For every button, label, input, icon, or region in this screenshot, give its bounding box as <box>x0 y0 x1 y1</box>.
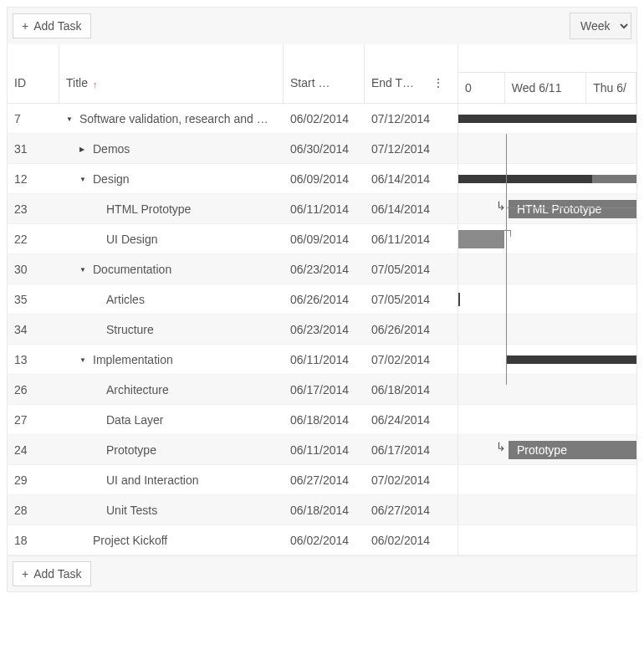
table-row[interactable]: 18Project Kickoff06/02/201406/02/2014 <box>8 525 457 555</box>
cell-end: 06/11/2014 <box>365 233 451 246</box>
chevron-right-icon[interactable] <box>79 144 88 153</box>
grid-header-row: ID Title ↑ Start … End T… ⋮ <box>8 44 457 104</box>
cell-start: 06/23/2014 <box>284 323 365 336</box>
add-task-label: Add Task <box>33 567 81 581</box>
cell-end: 07/12/2014 <box>365 142 451 156</box>
cell-start: 06/18/2014 <box>284 504 365 517</box>
task-title: Software validation, research and … <box>79 112 268 125</box>
task-title: Data Layer <box>106 413 163 427</box>
task-bar[interactable]: Prototype <box>509 441 636 459</box>
task-title: UI Design <box>106 233 157 246</box>
task-bar[interactable]: HTML Prototype <box>509 200 636 218</box>
timeline-row <box>458 104 636 134</box>
view-select[interactable]: Week <box>570 13 631 39</box>
dependency-arrow-icon: ↳ <box>496 199 506 212</box>
cell-title: Documentation <box>59 263 284 276</box>
table-row[interactable]: 26Architecture06/17/201406/18/2014 <box>8 375 457 405</box>
cell-id: 22 <box>8 233 59 246</box>
cell-id: 35 <box>8 293 59 306</box>
cell-start: 06/18/2014 <box>284 413 365 427</box>
cell-id: 7 <box>8 112 59 125</box>
task-title: Project Kickoff <box>93 534 167 547</box>
col-header-end-label: End T… <box>371 76 414 90</box>
cell-title: Demos <box>59 142 284 156</box>
table-row[interactable]: 7Software validation, research and …06/0… <box>8 104 457 134</box>
task-edge <box>458 293 460 306</box>
task-bar[interactable] <box>458 230 504 248</box>
cell-title: Software validation, research and … <box>59 112 284 125</box>
col-header-id[interactable]: ID <box>8 44 59 103</box>
cell-start: 06/23/2014 <box>284 263 365 276</box>
sort-asc-icon: ↑ <box>93 79 98 90</box>
content: ID Title ↑ Start … End T… ⋮ 7Software va… <box>8 44 636 555</box>
col-header-start[interactable]: Start … <box>284 44 365 103</box>
cell-start: 06/30/2014 <box>284 142 365 156</box>
table-row[interactable]: 35Articles06/26/201407/05/2014 <box>8 284 457 315</box>
cell-title: Unit Tests <box>59 504 284 517</box>
summary-bar[interactable] <box>592 175 636 183</box>
table-row[interactable]: 23HTML Prototype06/11/201406/14/2014 <box>8 194 457 224</box>
cell-start: 06/11/2014 <box>284 443 365 457</box>
add-task-button-footer[interactable]: + Add Task <box>13 561 91 586</box>
cell-id: 26 <box>8 383 59 396</box>
summary-bar[interactable] <box>458 175 592 183</box>
toolbar: + Add Task Week <box>8 8 636 44</box>
cell-id: 29 <box>8 473 59 487</box>
col-header-title-label: Title <box>66 76 88 90</box>
table-row[interactable]: 34Structure06/23/201406/26/2014 <box>8 315 457 345</box>
chevron-down-icon[interactable] <box>79 355 88 364</box>
dependency-arrow-icon: ↳ <box>496 440 506 453</box>
cell-id: 31 <box>8 142 59 156</box>
cell-id: 34 <box>8 323 59 336</box>
cell-end: 07/05/2014 <box>365 263 451 276</box>
table-row[interactable]: 31Demos06/30/201407/12/2014 <box>8 134 457 164</box>
timeline-row: Prototype↳ <box>458 435 636 465</box>
day-col-1[interactable]: Wed 6/11 <box>505 73 587 103</box>
cell-start: 06/11/2014 <box>284 353 365 366</box>
cell-end: 06/24/2014 <box>365 413 451 427</box>
chevron-down-icon[interactable] <box>79 264 88 274</box>
col-header-end[interactable]: End T… ⋮ <box>365 44 451 103</box>
timeline-header: 0 Wed 6/11 Thu 6/ <box>458 44 636 104</box>
cell-end: 07/12/2014 <box>365 112 451 125</box>
col-header-id-label: ID <box>14 76 26 90</box>
cell-start: 06/09/2014 <box>284 233 365 246</box>
column-menu-icon[interactable]: ⋮ <box>432 76 444 90</box>
table-row[interactable]: 27Data Layer06/18/201406/24/2014 <box>8 405 457 435</box>
cell-start: 06/11/2014 <box>284 202 365 216</box>
chevron-down-icon[interactable] <box>66 114 74 123</box>
cell-id: 12 <box>8 172 59 186</box>
table-row[interactable]: 29UI and Interaction06/27/201407/02/2014 <box>8 465 457 495</box>
table-row[interactable]: 13Implementation06/11/201407/02/2014 <box>8 345 457 375</box>
footer: + Add Task <box>8 555 636 591</box>
day-col-0[interactable]: 0 <box>458 73 505 103</box>
table-row[interactable]: 12Design06/09/201406/14/2014 <box>8 164 457 194</box>
summary-bar[interactable] <box>458 115 636 123</box>
chevron-down-icon[interactable] <box>79 174 88 183</box>
cell-start: 06/17/2014 <box>284 383 365 396</box>
cell-end: 06/14/2014 <box>365 172 451 186</box>
col-header-title[interactable]: Title ↑ <box>59 44 284 103</box>
plus-icon: + <box>22 567 28 581</box>
day-col-2[interactable]: Thu 6/ <box>586 73 636 103</box>
cell-end: 06/27/2014 <box>365 504 451 517</box>
table-row[interactable]: 24Prototype06/11/201406/17/2014 <box>8 435 457 465</box>
task-grid: ID Title ↑ Start … End T… ⋮ 7Software va… <box>8 44 458 555</box>
cell-id: 27 <box>8 413 59 427</box>
dependency-line <box>506 134 507 385</box>
cell-start: 06/09/2014 <box>284 172 365 186</box>
task-title: Structure <box>106 323 154 336</box>
table-row[interactable]: 30Documentation06/23/201407/05/2014 <box>8 254 457 284</box>
summary-bar[interactable] <box>507 356 636 364</box>
task-title: Documentation <box>93 263 171 276</box>
cell-title: UI Design <box>59 233 284 246</box>
timeline-row <box>458 345 636 375</box>
cell-end: 06/17/2014 <box>365 443 451 457</box>
cell-id: 13 <box>8 353 59 366</box>
add-task-button[interactable]: + Add Task <box>13 13 91 38</box>
table-row[interactable]: 28Unit Tests06/18/201406/27/2014 <box>8 495 457 525</box>
table-row[interactable]: 22UI Design06/09/201406/11/2014 <box>8 224 457 254</box>
timeline-row <box>458 254 636 284</box>
cell-end: 06/14/2014 <box>365 202 451 216</box>
timeline-row <box>458 134 636 164</box>
